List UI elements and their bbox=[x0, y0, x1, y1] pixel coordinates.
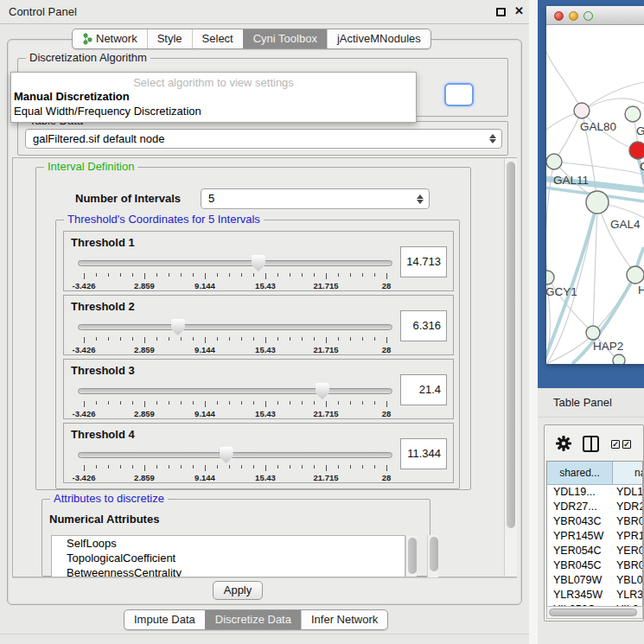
network-node-label: GA bbox=[636, 124, 644, 137]
algorithm-combobox-focused-fragment[interactable] bbox=[444, 83, 474, 106]
tab-discretize-data[interactable]: Discretize Data bbox=[205, 610, 301, 629]
network-node[interactable] bbox=[629, 142, 644, 159]
threshold-value-field[interactable]: 14.713 bbox=[400, 246, 447, 277]
menu-item-manual-discretization[interactable]: Manual Discretization bbox=[11, 89, 416, 104]
node-attribute-table[interactable]: shared... na YDL19...YDL1YDR27...YDR2YBR… bbox=[546, 461, 643, 606]
checkbox-none-icon[interactable]: ✓ bbox=[622, 440, 631, 449]
network-canvas[interactable]: GAL80GACGAL11GAL4GCY1HHAP2 bbox=[546, 25, 644, 364]
column-header-name[interactable]: na bbox=[613, 462, 642, 484]
tab-infer-network[interactable]: Infer Network bbox=[301, 610, 387, 629]
attribute-list-item[interactable]: BetweennessCentrality bbox=[52, 565, 405, 577]
table-row[interactable]: YBL079WYBL0 bbox=[547, 573, 642, 588]
zoom-traffic-icon[interactable] bbox=[583, 11, 593, 21]
network-node[interactable] bbox=[625, 106, 641, 122]
threshold-slider[interactable]: -3.4262.8599.14415.4321.71528 bbox=[78, 254, 392, 289]
threshold-slider[interactable]: -3.4262.8599.14415.4321.71528 bbox=[78, 382, 392, 417]
network-node[interactable] bbox=[586, 191, 609, 214]
control-panel-titlebar: Control Panel bbox=[0, 0, 529, 24]
minimize-traffic-icon[interactable] bbox=[569, 11, 578, 21]
threshold-row: Threshold 1-3.4262.8599.14415.4321.71528… bbox=[63, 231, 454, 291]
table-row[interactable]: YPR145WYPR1 bbox=[547, 529, 642, 544]
threshold-label: Threshold 1 bbox=[71, 236, 135, 249]
table-hscrollbar-thumb[interactable] bbox=[549, 609, 637, 616]
settings-scrollpane: Interval Definition Number of Intervals … bbox=[12, 157, 517, 577]
tab-style[interactable]: Style bbox=[147, 29, 192, 48]
table-row[interactable]: YBR043CYBR0 bbox=[547, 514, 642, 529]
attribute-list-item[interactable]: SelfLoops bbox=[52, 536, 405, 551]
discretization-algorithm-title: Discretization Algorithm bbox=[26, 51, 150, 64]
slider-thumb-icon[interactable] bbox=[171, 319, 185, 335]
network-node-label: GAL11 bbox=[553, 174, 589, 187]
bottom-separator bbox=[12, 577, 517, 578]
table-toolbar: ✓ ✓ bbox=[545, 425, 643, 460]
table-row[interactable]: YDR27...YDR2 bbox=[547, 500, 642, 514]
table-row[interactable]: YBR045CYBR0 bbox=[547, 558, 642, 573]
threshold-slider[interactable]: -3.4262.8599.14415.4321.71528 bbox=[78, 446, 392, 481]
table-panel-title: Table Panel bbox=[553, 396, 612, 409]
attributes-list-scrollbar[interactable] bbox=[405, 536, 417, 577]
apply-button[interactable]: Apply bbox=[213, 581, 263, 600]
network-node[interactable] bbox=[546, 271, 554, 284]
menu-item-equal-width-frequency[interactable]: Equal Width/Frequency Discretization bbox=[11, 104, 416, 118]
network-node[interactable] bbox=[574, 103, 590, 118]
checkbox-all-icon[interactable]: ✓ bbox=[611, 440, 620, 449]
close-traffic-icon[interactable] bbox=[554, 11, 564, 21]
panel-divider[interactable] bbox=[529, 0, 538, 644]
threshold-value-field[interactable]: 6.316 bbox=[400, 310, 447, 341]
interval-definition-title: Interval Definition bbox=[44, 160, 137, 173]
threshold-slider[interactable]: -3.4262.8599.14415.4321.71528 bbox=[78, 318, 392, 353]
float-window-icon[interactable] bbox=[496, 8, 506, 16]
threshold-label: Threshold 4 bbox=[71, 428, 135, 441]
network-node[interactable] bbox=[627, 266, 644, 284]
table-header-row: shared... na bbox=[547, 462, 642, 485]
tab-network[interactable]: Network bbox=[73, 29, 147, 48]
column-header-shared-name[interactable]: shared... bbox=[547, 462, 613, 484]
table-data-value: galFiltered.sif default node bbox=[33, 132, 164, 145]
algorithm-dropdown-popup: Select algorithm to view settings Manual… bbox=[10, 72, 417, 123]
network-node-label: H bbox=[638, 284, 644, 296]
main-scrollbar[interactable] bbox=[504, 158, 517, 577]
numerical-attributes-list[interactable]: SelfLoopsTopologicalCoefficientBetweenne… bbox=[51, 535, 405, 577]
tab-jactivemnodules[interactable]: jActiveMNodules bbox=[327, 29, 430, 48]
network-node[interactable] bbox=[546, 154, 562, 169]
thresholds-group-title: Threshold's Coordinates for 5 Intervals bbox=[64, 213, 264, 226]
slider-thumb-icon[interactable] bbox=[220, 447, 233, 463]
table-data-combobox[interactable]: galFiltered.sif default node bbox=[25, 129, 502, 149]
network-edge[interactable] bbox=[546, 52, 582, 111]
number-of-intervals-spinner[interactable]: 5 bbox=[201, 188, 430, 209]
split-panel-icon[interactable] bbox=[583, 436, 599, 452]
network-edge[interactable] bbox=[554, 111, 582, 162]
network-node[interactable] bbox=[613, 354, 625, 364]
threshold-row: Threshold 3-3.4262.8599.14415.4321.71528… bbox=[63, 359, 454, 419]
threshold-row: Threshold 2-3.4262.8599.14415.4321.71528… bbox=[63, 295, 454, 355]
cyni-mode-tabs: Impute Data Discretize Data Infer Networ… bbox=[124, 609, 388, 630]
tab-select[interactable]: Select bbox=[192, 29, 243, 48]
table-data-group: Table Data galFiltered.sif default node bbox=[17, 121, 508, 156]
network-edge[interactable] bbox=[554, 162, 644, 175]
thresholds-group: Threshold's Coordinates for 5 Intervals … bbox=[55, 220, 460, 489]
attributes-group-title: Attributes to discretize bbox=[50, 492, 168, 505]
table-row[interactable]: YER054CYER0 bbox=[547, 544, 642, 558]
network-window-titlebar[interactable] bbox=[546, 6, 644, 25]
attribute-list-item[interactable]: TopologicalCoefficient bbox=[52, 551, 405, 565]
close-icon[interactable]: ✕ bbox=[514, 4, 524, 17]
threshold-value-field[interactable]: 21.4 bbox=[400, 374, 447, 405]
network-node[interactable] bbox=[586, 326, 600, 340]
table-row[interactable]: YDL19...YDL1 bbox=[547, 485, 642, 500]
slider-thumb-icon[interactable] bbox=[316, 383, 329, 399]
tab-impute-data[interactable]: Impute Data bbox=[124, 610, 205, 629]
gear-icon[interactable] bbox=[555, 435, 572, 452]
main-scrollbar-thumb[interactable] bbox=[507, 162, 515, 528]
panel-title: Control Panel bbox=[9, 5, 77, 18]
table-hscrollbar[interactable] bbox=[546, 606, 643, 619]
tab-cyni-toolbox[interactable]: Cyni Toolbox bbox=[243, 29, 327, 48]
slider-thumb-icon[interactable] bbox=[252, 255, 265, 271]
attributes-pane-scrollbar[interactable] bbox=[427, 535, 438, 577]
algorithm-hint: Select algorithm to view settings bbox=[11, 73, 416, 89]
screen: Control Panel ✕ Network Style Select Cyn… bbox=[0, 0, 644, 644]
network-node-label: HAP2 bbox=[593, 340, 623, 353]
network-node-label: GCY1 bbox=[546, 285, 577, 298]
table-row[interactable]: YLR345WYLR3 bbox=[547, 588, 642, 603]
network-window: GAL80GACGAL11GAL4GCY1HHAP2 bbox=[546, 6, 644, 364]
threshold-value-field[interactable]: 11.344 bbox=[400, 438, 447, 469]
